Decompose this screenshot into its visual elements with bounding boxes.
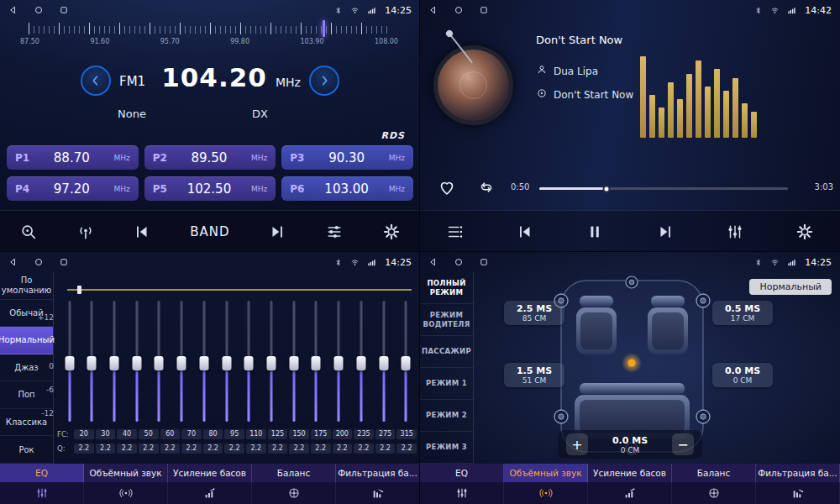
nav-home-icon[interactable]	[454, 5, 464, 15]
equalizer-faders-icon[interactable]	[726, 223, 744, 241]
preset-button-p1[interactable]: P188.70MHz	[7, 145, 139, 170]
filter-icon[interactable]	[336, 482, 420, 504]
eq-band-knob[interactable]	[65, 356, 74, 370]
eq-band-knob[interactable]	[334, 356, 344, 370]
repeat-icon[interactable]	[477, 178, 496, 200]
balance-target-icon[interactable]	[252, 482, 336, 504]
dx-mode-label[interactable]: DX	[252, 108, 268, 120]
eq-band-knob[interactable]	[289, 356, 298, 370]
nav-home-icon[interactable]	[34, 5, 44, 15]
nav-back-icon[interactable]	[428, 257, 438, 267]
scan-search-icon[interactable]	[19, 223, 38, 241]
mode-1[interactable]: РЕЖИМ 1	[420, 368, 473, 400]
bass-boost-icon[interactable]	[168, 482, 252, 504]
mode-full[interactable]: ПОЛНЫЙ РЕЖИМ	[420, 272, 473, 304]
tab-balance[interactable]: Баланс	[252, 464, 336, 482]
progress-slider[interactable]	[539, 187, 788, 190]
balance-target-icon[interactable]	[672, 482, 756, 504]
eq-band-slider[interactable]	[355, 301, 366, 422]
surround-sound-icon[interactable]	[504, 482, 588, 504]
tab-eq[interactable]: EQ	[0, 464, 84, 482]
surround-sound-icon[interactable]	[84, 482, 168, 504]
eq-band-knob[interactable]	[109, 356, 118, 370]
tab-bass-boost[interactable]: Усиление басов	[168, 464, 252, 482]
eq-band-knob[interactable]	[155, 356, 164, 370]
mode-driver[interactable]: РЕЖИМ ВОДИТЕЛЯ	[420, 304, 473, 336]
tab-balance[interactable]: Баланс	[672, 464, 756, 482]
eq-band-knob[interactable]	[177, 356, 186, 370]
delay-decrease-button[interactable]: −	[672, 433, 694, 455]
delay-rear-left[interactable]: 1.5 MS 51 CM	[504, 363, 564, 387]
eq-band-slider[interactable]	[198, 301, 209, 422]
eq-band-slider[interactable]	[288, 301, 299, 422]
eq-band-slider[interactable]	[333, 301, 344, 422]
filter-icon[interactable]	[756, 482, 840, 504]
eq-band-slider[interactable]	[87, 301, 97, 422]
eq-band-knob[interactable]	[244, 356, 254, 370]
nav-recents-icon[interactable]	[479, 5, 489, 15]
previous-station-icon[interactable]	[133, 223, 151, 241]
tab-bass-boost[interactable]: Усиление басов	[588, 464, 672, 482]
delay-front-left[interactable]: 2.5 MS 85 CM	[504, 301, 564, 325]
frequency-ruler[interactable]	[29, 23, 390, 34]
previous-track-icon[interactable]	[516, 223, 534, 241]
band-button[interactable]: BAND	[190, 224, 229, 239]
eq-band-knob[interactable]	[379, 356, 388, 370]
nav-back-icon[interactable]	[8, 257, 18, 267]
preset-button-p4[interactable]: P497.20MHz	[7, 176, 139, 201]
seek-up-button[interactable]	[309, 66, 339, 96]
nav-back-icon[interactable]	[8, 5, 18, 15]
tab-surround[interactable]: Объёмный звук	[504, 464, 588, 482]
preset-button-p2[interactable]: P289.50MHz	[144, 145, 276, 170]
eq-band-slider[interactable]	[154, 301, 165, 422]
eq-band-slider[interactable]	[108, 301, 119, 422]
nav-recents-icon[interactable]	[59, 257, 69, 267]
master-level-slider[interactable]	[67, 286, 412, 294]
bass-boost-icon[interactable]	[588, 482, 672, 504]
eq-band-slider[interactable]	[401, 301, 412, 422]
next-station-icon[interactable]	[268, 223, 286, 241]
settings-gear-icon[interactable]	[795, 223, 814, 241]
eq-faders-icon[interactable]	[420, 482, 504, 504]
eq-band-knob[interactable]	[312, 356, 321, 370]
preset-button-p6[interactable]: P6103.00MHz	[281, 176, 413, 201]
eq-band-slider[interactable]	[131, 301, 142, 422]
nav-home-icon[interactable]	[34, 257, 44, 267]
eq-preset-rock[interactable]: Рок	[0, 436, 53, 464]
nav-back-icon[interactable]	[428, 5, 438, 15]
next-track-icon[interactable]	[656, 223, 675, 241]
master-level-knob[interactable]	[77, 286, 81, 294]
eq-preset-default[interactable]: По умолчанию	[0, 272, 53, 300]
eq-band-knob[interactable]	[402, 356, 411, 370]
delay-front-right[interactable]: 0.5 MS 17 CM	[712, 301, 773, 325]
mode-3[interactable]: РЕЖИМ 3	[420, 432, 473, 464]
delay-increase-button[interactable]: +	[566, 433, 588, 455]
pause-icon[interactable]	[585, 223, 604, 241]
eq-band-knob[interactable]	[87, 356, 97, 370]
eq-band-knob[interactable]	[199, 356, 208, 370]
eq-band-knob[interactable]	[222, 356, 231, 370]
nav-home-icon[interactable]	[454, 257, 464, 267]
tab-filter[interactable]: Фильтрация ба...	[756, 464, 840, 482]
eq-band-slider[interactable]	[64, 301, 75, 422]
profile-button[interactable]: Нормальный	[749, 279, 832, 295]
eq-band-knob[interactable]	[356, 356, 365, 370]
nav-recents-icon[interactable]	[59, 5, 69, 15]
delay-rear-right[interactable]: 0.0 MS 0 CM	[712, 363, 773, 387]
mode-passenger[interactable]: ПАССАЖИР	[420, 336, 473, 368]
eq-faders-icon[interactable]	[0, 482, 84, 504]
tab-eq[interactable]: EQ	[420, 464, 504, 482]
eq-band-knob[interactable]	[132, 356, 141, 370]
tab-filter[interactable]: Фильтрация ба...	[336, 464, 420, 482]
eq-band-slider[interactable]	[378, 301, 389, 422]
playlist-icon[interactable]	[446, 223, 465, 241]
tab-surround[interactable]: Объёмный звук	[84, 464, 168, 482]
favorite-heart-icon[interactable]	[437, 177, 457, 201]
mode-2[interactable]: РЕЖИМ 2	[420, 400, 473, 432]
seek-down-button[interactable]	[81, 66, 111, 96]
eq-band-slider[interactable]	[176, 301, 187, 422]
eq-band-slider[interactable]	[244, 301, 255, 422]
eq-band-knob[interactable]	[266, 356, 276, 370]
eq-preset-normal[interactable]: Нормальный	[0, 327, 53, 354]
eq-band-slider[interactable]	[265, 301, 276, 422]
